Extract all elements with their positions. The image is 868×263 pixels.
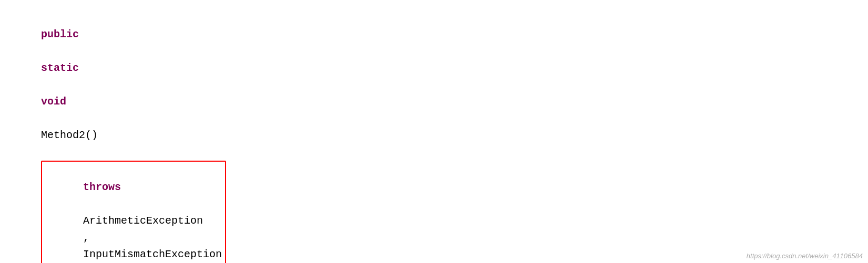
exception1: ArithmeticException [83, 215, 203, 227]
keyword-throws: throws [83, 181, 121, 193]
line-1: public static void Method2() throws Arit… [16, 9, 852, 263]
method-name: Method2() [41, 129, 98, 141]
keyword-public: public [41, 28, 79, 40]
space5 [83, 198, 89, 210]
comma: , [83, 232, 89, 244]
keyword-void: void [41, 96, 66, 108]
code-block: public static void Method2() throws Arit… [0, 0, 868, 263]
space4 [41, 146, 47, 158]
watermark: https://blog.csdn.net/weixin_41106584 [747, 252, 863, 260]
space1 [41, 45, 47, 57]
exception2: InputMismatchException [83, 248, 222, 260]
keyword-static: static [41, 62, 79, 74]
space3 [41, 112, 47, 124]
throws-box: throws ArithmeticException , InputMismat… [41, 161, 226, 263]
space2 [41, 79, 47, 91]
